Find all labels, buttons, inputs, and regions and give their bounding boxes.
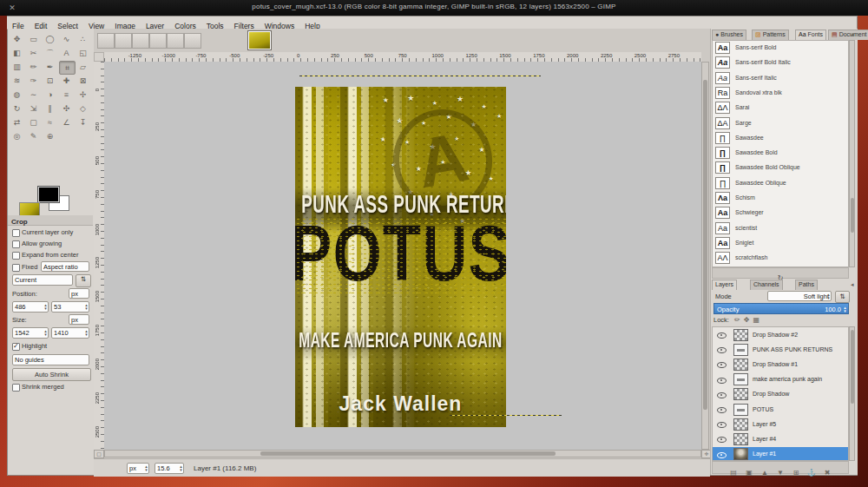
tool-free-select-icon[interactable]: ∿ [59,33,74,45]
lock-alpha-icon[interactable]: ▦ [753,316,760,324]
layer-visibility-eye-icon[interactable] [717,437,727,443]
layer-thumbnail[interactable] [733,359,748,371]
tool-handle-transform-icon[interactable]: ✣ [59,102,74,115]
tab-patterns[interactable]: ▨Patterns [752,30,789,40]
lock-position-icon[interactable]: ✥ [744,316,750,324]
layer-row[interactable]: Drop Shadow #1 [713,357,849,372]
tool-perspective-clone-icon[interactable]: ⊠ [76,75,90,87]
image-tab[interactable] [115,33,132,49]
tool-unified-transform-icon[interactable]: ✢ [76,89,90,101]
tab-brushes[interactable]: ●Brushes [712,30,746,40]
layer-thumbnail[interactable] [733,388,748,400]
crop-option-checkbox[interactable] [12,240,20,248]
foreground-color-swatch[interactable] [38,187,59,202]
anchor-layer-button[interactable]: ⚓ [804,467,819,478]
tool-blur-sharpen-icon[interactable]: ◍ [10,89,24,101]
unit-combo-arrows[interactable]: ▴▾ [143,464,149,471]
title-bar[interactable]: ✕ potus_cover_mugh.xcf-13.0 (RGB color 8… [0,0,868,16]
image-tab[interactable] [184,33,201,49]
image-tab[interactable] [167,33,184,49]
tool-clone-icon[interactable]: ⊡ [43,75,57,87]
font-list-item[interactable]: AaSchwieger [713,206,849,220]
layer-visibility-eye-icon[interactable] [717,362,727,368]
fonts-dock-menu-icon[interactable]: ◂ [851,31,854,38]
ruler-corner-button[interactable] [94,52,104,62]
tool-flip-icon[interactable]: ⇄ [10,116,24,128]
font-list-item[interactable]: ∏Sawasdee Bold [713,146,849,161]
zoom-spinner-arrows[interactable]: ▴▾ [178,464,184,471]
layer-thumbnail[interactable] [733,404,748,416]
font-list-item[interactable]: AΛscratchflash [713,251,849,266]
tool-airbrush-icon[interactable]: ≋ [10,75,24,87]
tool-align-icon[interactable]: ≡ [59,89,74,101]
new-layer-button[interactable]: ▤ [726,467,741,478]
raise-layer-button[interactable]: ▲ [757,467,773,478]
layer-thumbnail[interactable] [733,329,748,341]
layer-visibility-eye-icon[interactable] [717,332,727,339]
tool-rectangle-select-icon[interactable]: ▭ [26,33,41,45]
delete-layer-button[interactable]: ✖ [819,467,835,478]
layer-row[interactable]: POTUS [713,402,849,417]
font-list-item[interactable]: AaSniglet [713,236,849,251]
layer-list-scrollbar-thumb[interactable] [851,330,854,404]
font-list-scrollbar[interactable] [849,40,855,267]
lower-layer-button[interactable]: ▼ [773,467,788,478]
layer-visibility-eye-icon[interactable] [717,452,727,458]
position-y-arrows[interactable]: ▴▾ [83,303,89,310]
tool-measure-icon[interactable]: ∠ [59,116,74,128]
size-width-arrows[interactable]: ▴▾ [43,329,49,336]
font-list-item[interactable]: ∏Sawasdee [713,131,849,146]
tab-fonts[interactable]: AaFonts [795,30,826,40]
size-unit-combo[interactable]: px [69,314,89,325]
crop-option-checkbox[interactable] [12,252,20,260]
tool-mypaint-brush-icon[interactable]: ✎ [26,130,41,142]
size-height-arrows[interactable]: ▴▾ [83,329,89,336]
crop-option-checkbox[interactable] [12,229,20,237]
image-tab[interactable] [132,33,149,49]
canvas-image[interactable]: ★★★★★★★★★★★★★★★★★★★★★★★★★ A PUNK ASS PUN… [295,87,506,427]
quick-mask-toggle[interactable]: ▢ [94,450,104,458]
tool-ink-icon[interactable]: ✑ [26,75,41,87]
layer-row[interactable]: Layer #5 [713,417,849,431]
opacity-slider[interactable]: Opacity 100.0 ▴▾ [713,303,849,314]
new-group-button[interactable]: ▣ [741,467,757,478]
layer-row[interactable]: Layer #1 [713,447,849,461]
horizontal-scrollbar-thumb[interactable] [260,451,556,456]
tool-ellipse-select-icon[interactable]: ◯ [43,33,57,45]
image-tab[interactable] [149,33,167,49]
layer-row[interactable]: PUNK ASS PUNK RETURNS [713,342,849,357]
opacity-arrows[interactable]: ▴▾ [842,306,848,313]
tool-paths-icon[interactable]: ⌒ [43,47,57,59]
lock-pixels-icon[interactable]: ✏ [734,316,740,324]
tab-channels[interactable]: Channels [750,280,783,290]
font-list-item[interactable]: AaSans-serif Bold Italic [713,56,849,70]
layers-dock-menu-icon[interactable]: ◂ [851,281,854,288]
shrink-merged-checkbox[interactable] [12,384,20,392]
layer-visibility-eye-icon[interactable] [717,378,727,384]
tool-move-icon[interactable]: ✥ [10,33,24,45]
fixed-checkbox[interactable] [12,264,20,272]
layer-visibility-eye-icon[interactable] [717,347,727,353]
tool-shear-icon[interactable]: ∥ [43,102,57,115]
tab-paths[interactable]: Paths [795,280,818,290]
font-list-item[interactable]: ∏Sawasdee Oblique [713,176,849,191]
image-tab[interactable] [97,33,115,49]
tool-paintbrush-icon[interactable]: ✒ [43,61,57,73]
highlight-checkbox[interactable] [12,343,20,351]
tool-pencil-icon[interactable]: ✏ [26,61,41,73]
position-x-arrows[interactable]: ▴▾ [43,303,49,310]
tool-text-icon[interactable]: A [59,47,74,59]
guides-combo[interactable]: No guides [12,354,89,365]
font-list-item[interactable]: Aascientist [713,221,849,236]
tool-heal-icon[interactable]: ✚ [59,75,74,87]
tool-scissors-icon[interactable]: ✂ [26,47,41,59]
tool-color-picker-icon[interactable]: ↧ [76,116,90,128]
tool-smudge-icon[interactable]: ∼ [26,89,41,101]
font-list-item[interactable]: ΔΛSarai [713,101,849,115]
layer-visibility-eye-icon[interactable] [717,407,727,413]
swap-ratio-button[interactable]: ⇅ [76,274,91,287]
position-unit-combo[interactable]: px [69,288,89,299]
tool-fuzzy-select-icon[interactable]: ∴ [76,33,90,45]
tool-warp-icon[interactable]: ≈ [43,116,57,128]
tool-select-by-color-icon[interactable]: ◧ [10,47,24,59]
